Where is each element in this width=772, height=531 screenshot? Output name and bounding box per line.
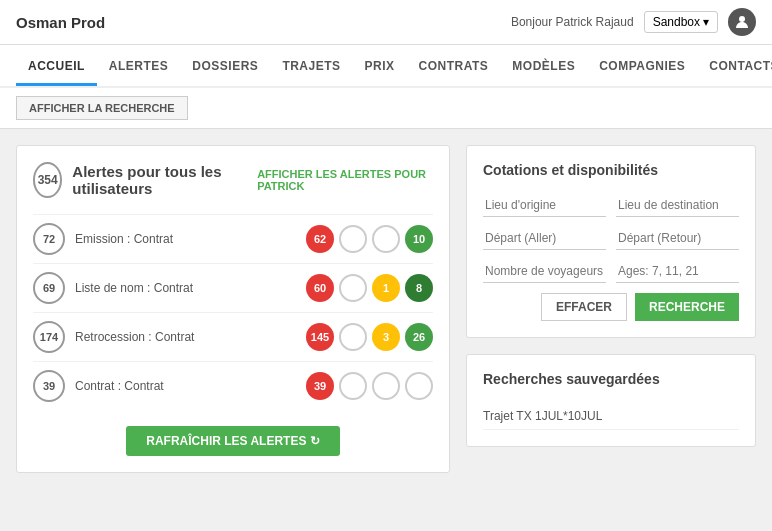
depart-row: [483, 227, 739, 250]
indicator-red-60: 60: [306, 274, 334, 302]
app-logo: Osman Prod: [16, 14, 105, 31]
main-content: 354 Alertes pour tous les utilisateurs A…: [0, 129, 772, 489]
alert-count-retrocession: 174: [33, 321, 65, 353]
indicator-red-62: 62: [306, 225, 334, 253]
show-search-button[interactable]: AFFICHER LA RECHERCHE: [16, 96, 188, 120]
origin-destination-row: [483, 194, 739, 217]
alert-indicators-liste: 60 1 8: [306, 274, 433, 302]
depart-aller-input[interactable]: [483, 227, 606, 250]
indicator-white-1: [339, 225, 367, 253]
indicator-white-6: [372, 372, 400, 400]
show-patrick-alerts-link[interactable]: AFFICHER LES ALERTES POUR PATRICK: [257, 168, 433, 192]
clear-button[interactable]: EFFACER: [541, 293, 627, 321]
nav-item-modeles[interactable]: MODÈLES: [500, 45, 587, 86]
search-button[interactable]: RECHERCHE: [635, 293, 739, 321]
cotations-card: Cotations et disponibilités EFFACER RECH…: [466, 145, 756, 338]
alert-label-liste: Liste de nom : Contrat: [75, 281, 306, 295]
voyageurs-row: [483, 260, 739, 283]
alert-label-contrat: Contrat : Contrat: [75, 379, 306, 393]
sandbox-button[interactable]: Sandbox ▾: [644, 11, 718, 33]
saved-searches-card: Recherches sauvegardées Trajet TX 1JUL*1…: [466, 354, 756, 447]
refresh-alerts-button[interactable]: RAFRAÎCHIR LES ALERTES ↻: [126, 426, 340, 456]
alert-indicators-contrat: 39: [306, 372, 433, 400]
saved-searches-title: Recherches sauvegardées: [483, 371, 739, 387]
top-bar-right: Bonjour Patrick Rajaud Sandbox ▾: [511, 8, 756, 36]
indicator-red-145: 145: [306, 323, 334, 351]
alert-row-liste: 69 Liste de nom : Contrat 60 1 8: [33, 263, 433, 312]
indicator-white-2: [372, 225, 400, 253]
nav-item-trajets[interactable]: TRAJETS: [270, 45, 352, 86]
indicator-white-5: [339, 372, 367, 400]
origin-input[interactable]: [483, 194, 606, 217]
form-actions: EFFACER RECHERCHE: [483, 293, 739, 321]
alerts-panel: 354 Alertes pour tous les utilisateurs A…: [16, 145, 450, 473]
depart-retour-input[interactable]: [616, 227, 739, 250]
nav-item-contrats[interactable]: CONTRATS: [407, 45, 501, 86]
svg-point-0: [739, 16, 745, 22]
nav-item-contacts[interactable]: CONTACTS: [697, 45, 772, 86]
nav-item-alertes[interactable]: ALERTES: [97, 45, 181, 86]
nav-item-dossiers[interactable]: DOSSIERS: [180, 45, 270, 86]
chevron-down-icon: ▾: [703, 15, 709, 29]
alert-count-contrat: 39: [33, 370, 65, 402]
alert-indicators-retrocession: 145 3 26: [306, 323, 433, 351]
indicator-darkgreen-8: 8: [405, 274, 433, 302]
indicator-green-26: 26: [405, 323, 433, 351]
user-avatar[interactable]: [728, 8, 756, 36]
indicator-white-4: [339, 323, 367, 351]
alert-label-retrocession: Retrocession : Contrat: [75, 330, 306, 344]
alert-count-emission: 72: [33, 223, 65, 255]
top-bar: Osman Prod Bonjour Patrick Rajaud Sandbo…: [0, 0, 772, 45]
indicator-yellow-3: 3: [372, 323, 400, 351]
indicator-red-39: 39: [306, 372, 334, 400]
indicator-white-3: [339, 274, 367, 302]
nav-item-prix[interactable]: PRIX: [353, 45, 407, 86]
sub-toolbar: AFFICHER LA RECHERCHE: [0, 88, 772, 129]
ages-input[interactable]: [616, 260, 739, 283]
refresh-button-wrap: RAFRAÎCHIR LES ALERTES ↻: [33, 426, 433, 456]
indicator-yellow-1: 1: [372, 274, 400, 302]
sandbox-label: Sandbox: [653, 15, 700, 29]
total-alerts-badge: 354: [33, 162, 62, 198]
voyageurs-input[interactable]: [483, 260, 606, 283]
alert-row-retrocession: 174 Retrocession : Contrat 145 3 26: [33, 312, 433, 361]
nav-item-compagnies[interactable]: COMPAGNIES: [587, 45, 697, 86]
alert-indicators-emission: 62 10: [306, 225, 433, 253]
saved-search-item-1[interactable]: Trajet TX 1JUL*10JUL: [483, 403, 739, 430]
alert-label-emission: Emission : Contrat: [75, 232, 306, 246]
right-panel: Cotations et disponibilités EFFACER RECH…: [466, 145, 756, 473]
panel-header: 354 Alertes pour tous les utilisateurs A…: [33, 162, 433, 198]
greeting-text: Bonjour Patrick Rajaud: [511, 15, 634, 29]
alerts-panel-title: Alertes pour tous les utilisateurs: [72, 163, 257, 197]
indicator-green-10: 10: [405, 225, 433, 253]
nav-item-accueil[interactable]: ACCUEIL: [16, 45, 97, 86]
nav-bar: ACCUEIL ALERTES DOSSIERS TRAJETS PRIX CO…: [0, 45, 772, 88]
cotations-title: Cotations et disponibilités: [483, 162, 739, 178]
alert-row-contrat: 39 Contrat : Contrat 39: [33, 361, 433, 410]
destination-input[interactable]: [616, 194, 739, 217]
panel-header-left: 354 Alertes pour tous les utilisateurs: [33, 162, 257, 198]
indicator-white-7: [405, 372, 433, 400]
alert-count-liste: 69: [33, 272, 65, 304]
alert-row-emission: 72 Emission : Contrat 62 10: [33, 214, 433, 263]
